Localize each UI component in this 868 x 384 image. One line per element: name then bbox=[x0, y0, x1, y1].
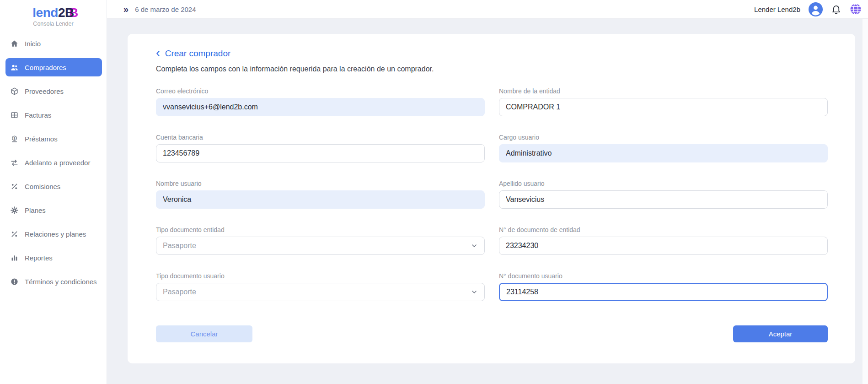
globe-icon[interactable] bbox=[850, 3, 862, 15]
sidebar-item-compradores[interactable]: Compradores bbox=[5, 58, 102, 76]
main-area: » 6 de marzo de 2024 Lender Lend2b ‹ bbox=[107, 0, 868, 384]
numero-documento-entidad-input[interactable] bbox=[499, 237, 828, 255]
field-numero-documento-usuario: N° documento usuario bbox=[499, 272, 828, 301]
gear-icon bbox=[10, 206, 19, 215]
sidebar-item-label: Préstamos bbox=[25, 135, 58, 143]
accept-button[interactable]: Aceptar bbox=[733, 325, 828, 342]
sidebar-item-label: Términos y condiciones bbox=[25, 278, 97, 286]
cargo-usuario-input[interactable] bbox=[499, 144, 828, 162]
chevron-down-icon bbox=[471, 288, 478, 296]
field-label: Nombre usuario bbox=[156, 180, 485, 187]
field-label: N° de documento de entidad bbox=[499, 226, 828, 233]
field-label: Correo electrónico bbox=[156, 87, 485, 95]
tipo-documento-usuario-select[interactable]: Pasaporte bbox=[156, 283, 485, 301]
buyers-icon bbox=[10, 63, 19, 72]
field-label: N° documento usuario bbox=[499, 272, 828, 280]
sidebar-item-label: Compradores bbox=[25, 64, 66, 71]
invoices-icon bbox=[10, 111, 19, 119]
exclamation-circle-icon bbox=[10, 277, 19, 286]
field-cargo-usuario: Cargo usuario bbox=[499, 134, 828, 162]
field-nombre-usuario: Nombre usuario bbox=[156, 180, 485, 209]
page-description: Completa los campos con la información r… bbox=[156, 65, 828, 73]
field-label: Cuenta bancaria bbox=[156, 134, 485, 141]
sidebar-item-label: Planes bbox=[25, 206, 46, 214]
sidebar-item-label: Comisiones bbox=[25, 183, 60, 190]
sidebar-item-label: Relaciones y planes bbox=[25, 230, 86, 238]
sidebar-item-label: Inicio bbox=[25, 40, 41, 48]
percent-icon bbox=[10, 182, 19, 191]
sidebar-item-reportes[interactable]: Reportes bbox=[5, 249, 102, 267]
cancel-button[interactable]: Cancelar bbox=[156, 325, 252, 342]
sidebar-nav: Inicio Compradores Proveedores Facturas bbox=[0, 34, 107, 291]
field-label: Tipo documento entidad bbox=[156, 226, 485, 233]
back-chevron-icon[interactable]: ‹ bbox=[156, 48, 160, 57]
sidebar: lend2B B Consola Lender Inicio Comprador… bbox=[0, 0, 107, 384]
sidebar-item-label: Proveedores bbox=[25, 87, 64, 95]
bar-chart-icon bbox=[10, 254, 19, 262]
sidebar-collapse-icon[interactable]: » bbox=[123, 5, 129, 14]
sidebar-item-relaciones-y-planes[interactable]: Relaciones y planes bbox=[5, 225, 102, 243]
suppliers-icon bbox=[10, 87, 19, 96]
bell-icon[interactable] bbox=[831, 4, 841, 15]
sidebar-item-prestamos[interactable]: $ Préstamos bbox=[5, 130, 102, 148]
field-numero-documento-entidad: N° de documento de entidad bbox=[499, 226, 828, 255]
field-tipo-documento-entidad: Tipo documento entidad Pasaporte bbox=[156, 226, 485, 255]
field-nombre-entidad: Nombre de la entidad bbox=[499, 87, 828, 116]
home-icon bbox=[10, 39, 19, 48]
sidebar-item-facturas[interactable]: Facturas bbox=[5, 106, 102, 124]
field-cuenta-bancaria: Cuenta bancaria bbox=[156, 134, 485, 162]
sidebar-item-label: Facturas bbox=[25, 111, 51, 119]
sidebar-item-planes[interactable]: Planes bbox=[5, 201, 102, 219]
field-label: Tipo documento usuario bbox=[156, 272, 485, 280]
select-value: Pasaporte bbox=[163, 288, 196, 296]
svg-text:$: $ bbox=[14, 136, 16, 140]
nombre-usuario-input[interactable] bbox=[156, 190, 485, 209]
app-window: lend2B B Consola Lender Inicio Comprador… bbox=[0, 0, 868, 384]
page-title: Crear comprador bbox=[165, 49, 231, 59]
field-label: Apellido usuario bbox=[499, 180, 828, 187]
sidebar-item-label: Reportes bbox=[25, 254, 53, 262]
logo-text-2: 2 bbox=[58, 5, 65, 20]
tipo-documento-entidad-select[interactable]: Pasaporte bbox=[156, 237, 485, 255]
logo-subtitle: Consola Lender bbox=[0, 21, 107, 27]
select-value: Pasaporte bbox=[163, 242, 196, 250]
create-buyer-form: Correo electrónico Nombre de la entidad … bbox=[156, 87, 828, 319]
scrollbar[interactable] bbox=[862, 19, 868, 384]
transfer-icon bbox=[10, 158, 19, 167]
sidebar-item-label: Adelanto a proveedor bbox=[25, 159, 90, 167]
numero-documento-usuario-input[interactable] bbox=[499, 283, 828, 301]
avatar[interactable] bbox=[809, 2, 823, 16]
sidebar-item-proveedores[interactable]: Proveedores bbox=[5, 82, 102, 100]
content-area: ‹ Crear comprador Completa los campos co… bbox=[107, 19, 868, 384]
cuenta-bancaria-input[interactable] bbox=[156, 144, 485, 162]
sidebar-item-comisiones[interactable]: Comisiones bbox=[5, 177, 102, 195]
chevron-down-icon bbox=[471, 242, 478, 249]
loans-icon: $ bbox=[10, 135, 19, 143]
field-label: Cargo usuario bbox=[499, 134, 828, 141]
current-date: 6 de marzo de 2024 bbox=[135, 5, 196, 13]
sidebar-item-adelanto-a-proveedor[interactable]: Adelanto a proveedor bbox=[5, 153, 102, 172]
sidebar-item-terminos-y-condiciones[interactable]: Términos y condiciones bbox=[5, 272, 102, 291]
create-buyer-card: ‹ Crear comprador Completa los campos co… bbox=[128, 34, 855, 363]
logo-text-b: B bbox=[65, 5, 74, 20]
logo-text-lend: lend bbox=[32, 5, 58, 20]
apellido-usuario-input[interactable] bbox=[499, 190, 828, 209]
user-name: Lender Lend2b bbox=[754, 5, 800, 13]
sidebar-item-inicio[interactable]: Inicio bbox=[5, 34, 102, 53]
field-label: Nombre de la entidad bbox=[499, 87, 828, 95]
field-tipo-documento-usuario: Tipo documento usuario Pasaporte bbox=[156, 272, 485, 301]
percent-icon bbox=[10, 230, 19, 238]
field-apellido-usuario: Apellido usuario bbox=[499, 180, 828, 209]
field-correo-electronico: Correo electrónico bbox=[156, 87, 485, 116]
topbar: » 6 de marzo de 2024 Lender Lend2b bbox=[107, 0, 868, 19]
logo: lend2B B Consola Lender bbox=[0, 5, 107, 27]
nombre-entidad-input[interactable] bbox=[499, 98, 828, 116]
correo-electronico-input[interactable] bbox=[156, 98, 485, 116]
